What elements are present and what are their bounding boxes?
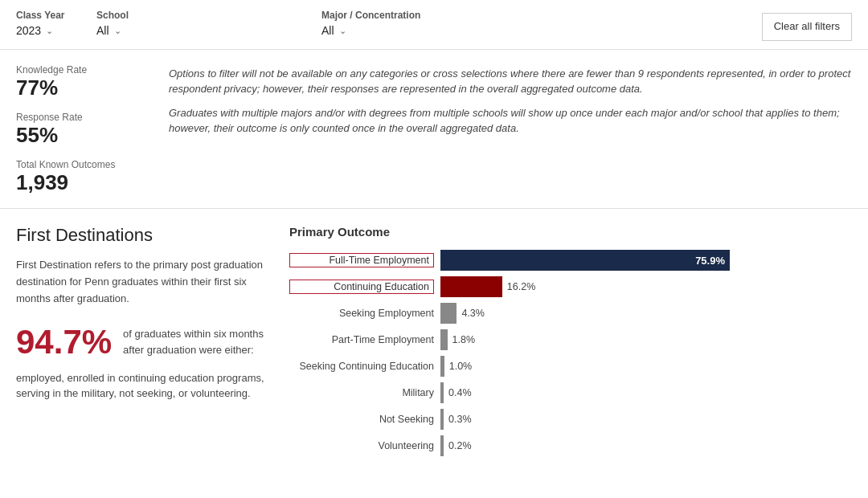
bar-value: 4.3% (461, 308, 485, 319)
bar-value-inside: 75.9% (695, 255, 725, 267)
stats-info-row: Knowledge Rate 77% Response Rate 55% Tot… (0, 50, 868, 210)
bar-label: Not Seeking (289, 414, 434, 425)
response-rate-value: 55% (16, 123, 145, 148)
bar-value: 1.0% (449, 361, 473, 372)
bar-label: Full-Time Employment (289, 253, 434, 267)
chevron-down-icon: ⌄ (46, 26, 53, 36)
chart-row: Seeking Employment4.3% (289, 303, 852, 324)
main-content: First Destinations First Destination ref… (0, 209, 868, 464)
bar-wrapper (440, 303, 457, 324)
left-panel: First Destinations First Destination ref… (16, 225, 265, 456)
section-desc: First Destination refers to the primary … (16, 257, 265, 307)
bar-wrapper (440, 329, 448, 350)
stats-column: Knowledge Rate 77% Response Rate 55% Tot… (16, 64, 145, 196)
school-select[interactable]: All ⌄ (96, 24, 305, 37)
chart-area: Full-Time Employment75.9%Continuing Educ… (289, 250, 852, 456)
sub-desc: employed, enrolled in continuing educati… (16, 370, 265, 402)
knowledge-rate-stat: Knowledge Rate 77% (16, 64, 145, 100)
bar-fill (440, 276, 502, 297)
chevron-down-icon: ⌄ (339, 26, 346, 36)
class-year-select[interactable]: 2023 ⌄ (16, 24, 80, 37)
info-column: Options to filter will not be available … (169, 64, 852, 196)
bar-label: Seeking Employment (289, 308, 434, 319)
total-outcomes-value: 1,939 (16, 170, 145, 195)
bar-container: 0.2% (440, 435, 852, 456)
chevron-down-icon: ⌄ (114, 26, 121, 36)
total-outcomes-stat: Total Known Outcomes 1,939 (16, 159, 145, 195)
knowledge-rate-label: Knowledge Rate (16, 64, 145, 76)
knowledge-rate-value: 77% (16, 76, 145, 100)
chart-row: Military0.4% (289, 382, 852, 403)
major-value: All (321, 24, 334, 37)
class-year-label: Class Year (16, 10, 80, 21)
bar-fill (440, 303, 457, 324)
bar-value: 0.3% (448, 414, 472, 425)
highlight-row: 94.7% of graduates within six months aft… (16, 325, 265, 359)
school-label: School (96, 10, 305, 21)
chart-row: Part-Time Employment1.8% (289, 329, 852, 350)
bar-container: 4.3% (440, 303, 852, 324)
chart-title: Primary Outcome (289, 225, 852, 239)
highlight-desc: of graduates within six months after gra… (123, 326, 265, 357)
bar-fill (440, 329, 448, 350)
bar-value: 16.2% (507, 281, 535, 292)
class-year-filter: Class Year 2023 ⌄ (16, 10, 80, 37)
section-title: First Destinations (16, 225, 265, 246)
response-rate-stat: Response Rate 55% (16, 112, 145, 148)
right-panel: Primary Outcome Full-Time Employment75.9… (289, 225, 852, 456)
bar-container: 16.2% (440, 276, 852, 297)
major-filter: Major / Concentration All ⌄ (321, 10, 595, 37)
major-select[interactable]: All ⌄ (321, 24, 595, 37)
bar-fill (440, 435, 444, 456)
bar-fill (440, 382, 444, 403)
bar-wrapper: 75.9% (440, 250, 730, 271)
bar-label: Volunteering (289, 440, 434, 451)
bar-label: Continuing Education (289, 280, 434, 294)
info-text-2: Graduates with multiple majors and/or wi… (169, 105, 852, 137)
bar-container: 1.0% (440, 356, 852, 377)
chart-row: Volunteering0.2% (289, 435, 852, 456)
bar-wrapper (440, 382, 444, 403)
bar-wrapper (440, 409, 444, 430)
bar-value: 1.8% (452, 334, 476, 345)
bar-fill (440, 250, 730, 271)
bar-container: 0.3% (440, 409, 852, 430)
bar-fill (440, 409, 444, 430)
chart-row: Seeking Continuing Education1.0% (289, 356, 852, 377)
bar-label: Military (289, 387, 434, 398)
chart-row: Not Seeking0.3% (289, 409, 852, 430)
bar-container: 75.9% (440, 250, 852, 271)
bar-container: 1.8% (440, 329, 852, 350)
bar-value: 0.2% (448, 440, 472, 451)
filters-row: Class Year 2023 ⌄ School All ⌄ Major / C… (0, 0, 868, 50)
school-filter: School All ⌄ (96, 10, 305, 37)
chart-row: Full-Time Employment75.9% (289, 250, 852, 271)
response-rate-label: Response Rate (16, 112, 145, 123)
bar-fill (440, 356, 444, 377)
total-outcomes-label: Total Known Outcomes (16, 159, 145, 170)
major-label: Major / Concentration (321, 10, 595, 21)
bar-wrapper (440, 356, 444, 377)
clear-all-button[interactable]: Clear all filters (762, 13, 852, 41)
class-year-value: 2023 (16, 24, 41, 37)
bar-container: 0.4% (440, 382, 852, 403)
bar-wrapper (440, 435, 444, 456)
bar-wrapper (440, 276, 502, 297)
chart-row: Continuing Education16.2% (289, 276, 852, 297)
bar-label: Part-Time Employment (289, 334, 434, 345)
school-value: All (96, 24, 109, 37)
info-text-1: Options to filter will not be available … (169, 66, 852, 97)
bar-label: Seeking Continuing Education (289, 361, 434, 372)
bar-value: 0.4% (448, 387, 472, 398)
big-percent: 94.7% (16, 325, 112, 359)
